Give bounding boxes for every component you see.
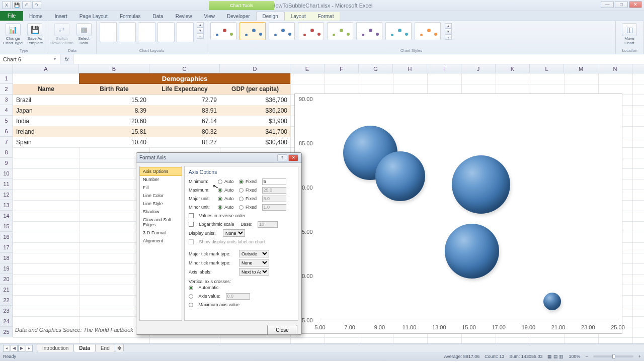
data-cell[interactable]: 83.91 [149,105,220,116]
dialog-help-button[interactable]: ? [277,154,287,161]
chart-style-thumb[interactable] [269,22,295,40]
tab-layout[interactable]: Layout [285,12,312,21]
close-button[interactable]: ✕ [629,1,642,8]
chart-style-thumb[interactable] [356,22,382,40]
row-header-12[interactable]: 12 [0,190,13,200]
col-header-F[interactable]: F [325,64,359,73]
data-cell[interactable]: $3,900 [220,116,290,126]
major-tick-select[interactable]: Outside [239,250,269,257]
col-header-N[interactable]: N [598,64,632,73]
log-checkbox[interactable] [189,222,194,227]
worksheet-grid[interactable]: ABCDEFGHIJKLMN 1234567891011121314151617… [0,64,644,344]
row-header-23[interactable]: 23 [0,306,13,316]
row-header-18[interactable]: 18 [0,253,13,263]
row-header-22[interactable]: 22 [0,295,13,306]
tab-format[interactable]: Format [312,12,340,21]
tab-file[interactable]: File [0,11,23,21]
row-header-11[interactable]: 11 [0,179,13,190]
chart-styles-gallery[interactable]: ▲▼⌄ [210,22,612,40]
data-cell[interactable]: 81.27 [149,137,220,147]
row-header-21[interactable]: 21 [0,285,13,295]
data-cell[interactable]: 72.79 [149,95,220,105]
chart-style-thumb[interactable] [210,22,236,40]
col-header-M[interactable]: M [564,64,598,73]
row-header-14[interactable]: 14 [0,211,13,221]
zoom-in[interactable]: + [638,354,641,359]
display-units-select[interactable]: None [223,229,245,237]
tab-view[interactable]: View [198,12,221,21]
dialog-close-button[interactable]: Close [267,325,297,335]
row-header-25[interactable]: 25 [0,327,13,337]
data-cell[interactable]: $36,200 [220,105,290,116]
col-header-A[interactable]: A [13,64,79,73]
dialog-side-item[interactable]: Shadow [140,208,182,216]
row-header-6[interactable]: 6 [0,126,13,137]
tab-developer[interactable]: Developer [221,12,256,21]
minor-auto-radio[interactable] [218,205,222,210]
bubble-chart[interactable]: 65.0070.0075.0080.0085.0090.00 5.007.009… [294,94,622,334]
chart-layouts-gallery[interactable]: ▲▼⌄ [100,22,204,42]
zoom-slider[interactable] [593,355,633,357]
tab-page-layout[interactable]: Page Layout [73,12,114,21]
tab-design[interactable]: Design [256,12,285,21]
min-value-input[interactable] [262,178,286,185]
dialog-side-item[interactable]: Number [140,175,182,184]
reverse-checkbox[interactable] [189,213,194,218]
crosses-value-radio[interactable] [189,294,193,299]
min-fixed-radio[interactable] [239,179,244,184]
data-cell[interactable]: Spain [13,137,79,147]
chart-style-thumb[interactable] [327,22,353,40]
crosses-auto-radio[interactable] [189,286,193,290]
sheet-tab-end[interactable]: End [95,344,115,352]
move-chart-button[interactable]: ◫MoveChart [619,23,640,46]
col-header-E[interactable]: E [290,64,325,73]
tab-home[interactable]: Home [23,12,49,21]
row-header-2[interactable]: 2 [0,84,13,95]
max-fixed-radio[interactable] [239,188,244,193]
col-header-D[interactable]: D [220,64,290,73]
dialog-side-item[interactable]: Alignment [140,237,182,245]
col-header-C[interactable]: C [149,64,220,73]
minor-fixed-radio[interactable] [239,205,244,210]
col-header-I[interactable]: I [427,64,461,73]
row-header-3[interactable]: 3 [0,95,13,105]
dialog-close-x[interactable]: ✕ [288,154,298,161]
minimize-button[interactable]: — [601,1,614,8]
row-header-16[interactable]: 16 [0,232,13,242]
sheet-tab-data[interactable]: Data [73,344,96,352]
new-sheet-button[interactable]: ✻ [115,344,124,352]
col-header-G[interactable]: G [359,64,393,73]
zoom-level[interactable]: 100% [569,354,580,359]
data-cell[interactable]: 67.14 [149,116,220,126]
dialog-side-item[interactable]: Axis Options [139,167,182,176]
sheet-nav-last[interactable]: ▸ [26,345,33,352]
row-header-9[interactable]: 9 [0,158,13,168]
layouts-more[interactable]: ⌄ [197,33,204,39]
zoom-out[interactable]: − [585,354,588,359]
row-header-4[interactable]: 4 [0,105,13,116]
select-data-button[interactable]: ▦SelectData [74,23,93,46]
data-cell[interactable]: 15.81 [79,126,149,137]
formula-bar[interactable] [73,54,644,64]
data-cell[interactable]: Japan [13,105,79,116]
bubble-ireland[interactable] [452,155,510,214]
dialog-side-item[interactable]: Line Style [140,200,182,208]
layouts-scroll-up[interactable]: ▲ [197,22,204,28]
tab-formulas[interactable]: Formulas [114,12,147,21]
tab-review[interactable]: Review [170,12,198,21]
data-cell[interactable]: 15.20 [79,95,149,105]
switch-row-column-button[interactable]: ⇄SwitchRow/Column [51,23,72,46]
row-header-20[interactable]: 20 [0,274,13,285]
col-header-K[interactable]: K [496,64,530,73]
row-header-7[interactable]: 7 [0,137,13,147]
save-icon[interactable]: 💾 [12,1,21,9]
bubble-spain[interactable] [375,151,425,201]
sheet-nav-next[interactable]: ▶ [18,345,25,352]
tab-data[interactable]: Data [147,12,170,21]
row-header-1[interactable]: 1 [0,73,13,84]
data-cell[interactable]: $36,700 [220,95,290,105]
data-cell[interactable]: Brazil [13,95,79,105]
major-fixed-radio[interactable] [239,197,244,201]
bubble-india[interactable] [543,293,561,310]
redo-icon[interactable]: ↷ [32,1,41,9]
